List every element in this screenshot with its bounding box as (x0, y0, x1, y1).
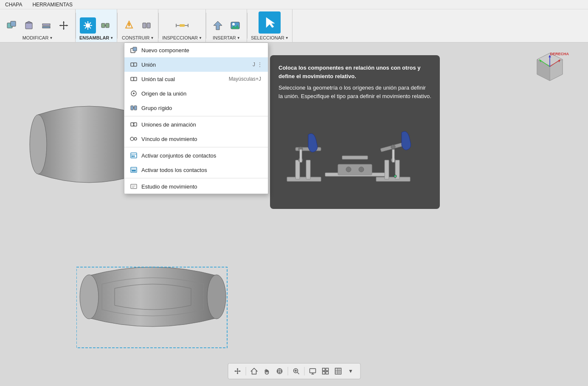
dropdown-menu: Nuevo componente Unión J ⋮ Unión tal cua… (124, 42, 268, 194)
seleccionar-btn1[interactable] (259, 11, 281, 34)
svg-rect-65 (132, 155, 133, 157)
svg-marker-9 (63, 28, 65, 30)
svg-line-18 (90, 23, 91, 24)
at-icon (129, 166, 138, 174)
bt-sep-1 (245, 367, 246, 375)
toolbar-group-ensamblar: ENSAMBLAR ▼ (76, 9, 117, 42)
modificar-btn3[interactable] (38, 17, 54, 34)
svg-rect-27 (147, 23, 150, 28)
tooltip-panel: Coloca los componentes en relación unos … (270, 55, 440, 209)
svg-line-20 (90, 27, 91, 28)
menu-label-nuevo-componente: Nuevo componente (141, 47, 263, 54)
tooltip-description: Seleccione la geometría o los orígenes d… (279, 84, 431, 100)
bt-orbit-icon[interactable] (273, 365, 285, 377)
svg-rect-80 (376, 177, 410, 181)
svg-rect-50 (134, 77, 137, 81)
svg-marker-108 (239, 370, 240, 372)
menu-more-union[interactable]: ⋮ (257, 61, 263, 68)
svg-marker-3 (25, 21, 32, 23)
svg-rect-47 (134, 63, 137, 66)
gr-icon (129, 104, 138, 112)
svg-rect-92 (342, 156, 368, 159)
svg-rect-66 (133, 155, 135, 157)
bt-grid2-icon[interactable] (332, 365, 344, 377)
svg-rect-54 (134, 106, 137, 110)
svg-rect-73 (287, 177, 321, 181)
bt-display-icon[interactable] (307, 365, 318, 377)
menu-label-ua: Uniones de animación (141, 121, 263, 128)
divider-1 (124, 116, 268, 116)
insertar-btn1[interactable] (210, 17, 226, 34)
nav-cube[interactable]: DERECHA (533, 51, 567, 85)
svg-rect-123 (335, 368, 341, 374)
menu-shortcut-utc: Mayúsculas+J (229, 76, 261, 82)
svg-rect-69 (132, 170, 136, 172)
svg-point-12 (86, 23, 90, 28)
nav-cube-label: DERECHA (550, 52, 569, 56)
bt-home-icon[interactable] (248, 365, 260, 377)
inspeccionar-btn1[interactable] (174, 17, 190, 34)
construir-btn1[interactable] (121, 17, 137, 34)
svg-point-91 (359, 167, 364, 172)
svg-rect-31 (180, 24, 185, 27)
modificar-btn1[interactable] (3, 17, 20, 34)
insertar-btn2[interactable] (227, 17, 243, 34)
menubar-herramientas[interactable]: HERRAMIENTAS (31, 1, 74, 8)
svg-point-38 (30, 115, 47, 174)
menubar: CHAPA HERRAMIENTAS (0, 0, 588, 9)
bt-hand-icon[interactable] (261, 365, 273, 377)
menu-item-estudio-movimiento[interactable]: Estudio de movimiento (124, 179, 268, 194)
menu-item-vinculo-movimiento[interactable]: Vínculo de movimiento (124, 132, 268, 146)
menu-item-grupo-rigido[interactable]: Grupo rígido (124, 101, 268, 115)
menu-item-nuevo-componente[interactable]: Nuevo componente (124, 43, 268, 57)
bt-dropdown-icon[interactable]: ▼ (345, 365, 357, 377)
toolbar-group-seleccionar: SELECCIONAR ▼ (248, 9, 293, 42)
svg-rect-4 (42, 24, 50, 25)
insertar-label[interactable]: INSERTAR ▼ (213, 35, 240, 40)
svg-rect-56 (131, 123, 134, 126)
svg-rect-121 (322, 372, 325, 374)
menu-item-origen-union[interactable]: Origen de la unión (124, 86, 268, 101)
menu-label-vm: Vínculo de movimiento (141, 136, 263, 142)
bt-move-icon[interactable] (231, 365, 243, 377)
svg-rect-81 (385, 160, 389, 179)
tooltip-title: Coloca los componentes en relación unos … (279, 64, 431, 80)
bt-grid-icon[interactable] (319, 365, 331, 377)
svg-marker-10 (59, 25, 61, 26)
svg-rect-75 (306, 160, 310, 179)
menu-item-union[interactable]: Unión J ⋮ (124, 57, 268, 72)
ensamblar-btn1[interactable] (80, 17, 96, 34)
modificar-btn2[interactable] (21, 17, 37, 34)
ensamblar-label[interactable]: ENSAMBLAR ▼ (79, 35, 113, 40)
svg-rect-86 (392, 149, 394, 162)
svg-line-113 (297, 372, 299, 374)
svg-marker-107 (234, 370, 236, 372)
bottom-toolbar: ▼ (228, 363, 360, 379)
menubar-chapa[interactable]: CHAPA (3, 1, 24, 8)
ua-icon (129, 120, 138, 129)
seleccionar-label[interactable]: SELECCIONAR ▼ (251, 35, 289, 40)
svg-point-60 (130, 137, 134, 141)
bt-zoom-icon[interactable] (290, 365, 302, 377)
construir-label[interactable]: CONSTRUIR ▼ (122, 35, 154, 40)
ensamblar-btn2[interactable] (97, 17, 113, 34)
menu-item-activar-conjuntos[interactable]: Activar conjuntos de contactos (124, 148, 268, 163)
menu-label-ac: Activar conjuntos de contactos (141, 152, 263, 159)
menu-item-activar-todos[interactable]: Activar todos los contactos (124, 163, 268, 177)
bt-sep-3 (304, 367, 304, 375)
svg-rect-74 (295, 160, 300, 179)
modificar-btn4[interactable] (56, 17, 72, 34)
shape-bottom (76, 242, 229, 361)
modificar-label[interactable]: MODIFICAR ▼ (23, 35, 53, 40)
svg-rect-122 (326, 372, 328, 374)
menu-item-union-tal-cual[interactable]: Unión tal cual Mayúsculas+J (124, 72, 268, 86)
inspeccionar-label[interactable]: INSPECCIONAR ▼ (162, 35, 202, 40)
nc-icon (129, 46, 138, 54)
svg-point-87 (394, 175, 397, 178)
menu-item-uniones-animacion[interactable]: Uniones de animación (124, 117, 268, 132)
svg-rect-25 (128, 23, 130, 26)
construir-btn2[interactable] (138, 17, 155, 34)
svg-point-85 (391, 145, 395, 149)
svg-rect-120 (326, 368, 328, 371)
svg-point-90 (346, 167, 351, 172)
